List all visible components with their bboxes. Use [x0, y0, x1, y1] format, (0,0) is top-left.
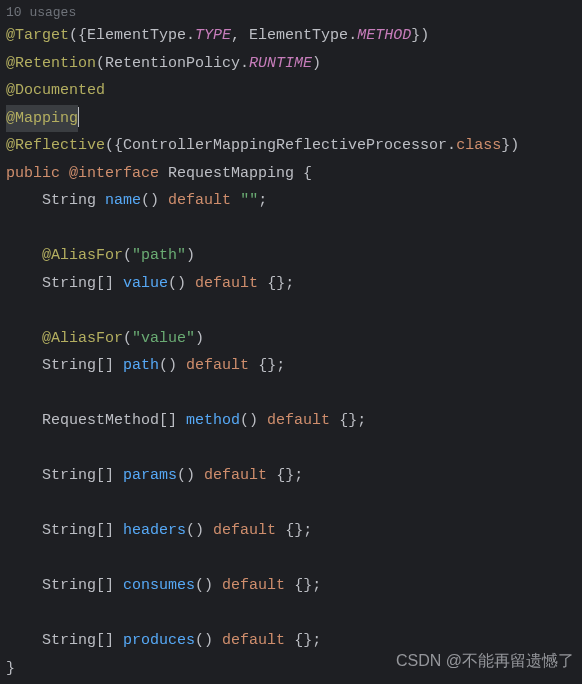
string-literal: "value" [132, 330, 195, 347]
array-literal: {} [294, 632, 312, 649]
method-name: consumes [123, 577, 195, 594]
code-line: String[] path() default {}; [6, 352, 576, 380]
watermark: CSDN @不能再留遗憾了 [396, 647, 574, 675]
code-line: @Retention(RetentionPolicy.RUNTIME) [6, 50, 576, 78]
caret-line-highlight: @Mapping [6, 105, 78, 133]
keyword-default: default [204, 467, 267, 484]
usages-hint[interactable]: 10 usages [6, 4, 576, 22]
keyword-default: default [168, 192, 231, 209]
keyword-default: default [267, 412, 330, 429]
array-literal: {} [339, 412, 357, 429]
code-line: String[] params() default {}; [6, 462, 576, 490]
method-name: path [123, 357, 159, 374]
string-literal: "path" [132, 247, 186, 264]
code-line: String[] value() default {}; [6, 270, 576, 298]
type-ref: RequestMethod[] [42, 412, 177, 429]
string-literal: "" [240, 192, 258, 209]
code-line: public @interface RequestMapping { [6, 160, 576, 188]
type-ref: String[] [42, 522, 114, 539]
method-name: headers [123, 522, 186, 539]
type-ref: String[] [42, 275, 114, 292]
class-keyword: class [456, 137, 501, 154]
keyword-default: default [213, 522, 276, 539]
code-line: @Mapping [6, 105, 576, 133]
keyword-default: default [222, 577, 285, 594]
code-line: @AliasFor("value") [6, 325, 576, 353]
code-line [6, 600, 576, 628]
type-ref: String[] [42, 357, 114, 374]
code-line: String[] headers() default {}; [6, 517, 576, 545]
method-name: params [123, 467, 177, 484]
code-line: @Documented [6, 77, 576, 105]
code-line: @Reflective({ControllerMappingReflective… [6, 132, 576, 160]
code-line [6, 380, 576, 408]
enum-const: TYPE [195, 27, 231, 44]
keyword-default: default [222, 632, 285, 649]
type-ref: String[] [42, 632, 114, 649]
code-line: @AliasFor("path") [6, 242, 576, 270]
code-line [6, 435, 576, 463]
annotation-target: @Target [6, 27, 69, 44]
annotation-aliasfor: @AliasFor [42, 247, 123, 264]
array-literal: {} [267, 275, 285, 292]
array-literal: {} [258, 357, 276, 374]
text-caret [78, 107, 79, 127]
keyword-public: public [6, 165, 60, 182]
type-ref: String [42, 192, 96, 209]
array-literal: {} [285, 522, 303, 539]
array-literal: {} [294, 577, 312, 594]
enum-const: METHOD [357, 27, 411, 44]
code-line [6, 490, 576, 518]
annotation-documented: @Documented [6, 82, 105, 99]
enum-const: RUNTIME [249, 55, 312, 72]
annotation-reflective: @Reflective [6, 137, 105, 154]
code-line: String name() default ""; [6, 187, 576, 215]
code-line: RequestMethod[] method() default {}; [6, 407, 576, 435]
type-ref: String[] [42, 577, 114, 594]
method-name: method [186, 412, 240, 429]
code-line: String[] consumes() default {}; [6, 572, 576, 600]
method-name: produces [123, 632, 195, 649]
code-line [6, 297, 576, 325]
annotation-aliasfor: @AliasFor [42, 330, 123, 347]
method-name: name [105, 192, 141, 209]
keyword-default: default [195, 275, 258, 292]
method-name: value [123, 275, 168, 292]
code-line: @Target({ElementType.TYPE, ElementType.M… [6, 22, 576, 50]
code-line [6, 545, 576, 573]
keyword-interface: @interface [69, 165, 159, 182]
type-ref: String[] [42, 467, 114, 484]
type-ref: ControllerMappingReflectiveProcessor [123, 137, 447, 154]
keyword-default: default [186, 357, 249, 374]
type-ref: RetentionPolicy [105, 55, 240, 72]
array-literal: {} [276, 467, 294, 484]
type-ref: ElementType [249, 27, 348, 44]
code-line [6, 215, 576, 243]
interface-name: RequestMapping [168, 165, 294, 182]
type-ref: ElementType [87, 27, 186, 44]
annotation-mapping: @Mapping [6, 110, 78, 127]
annotation-retention: @Retention [6, 55, 96, 72]
